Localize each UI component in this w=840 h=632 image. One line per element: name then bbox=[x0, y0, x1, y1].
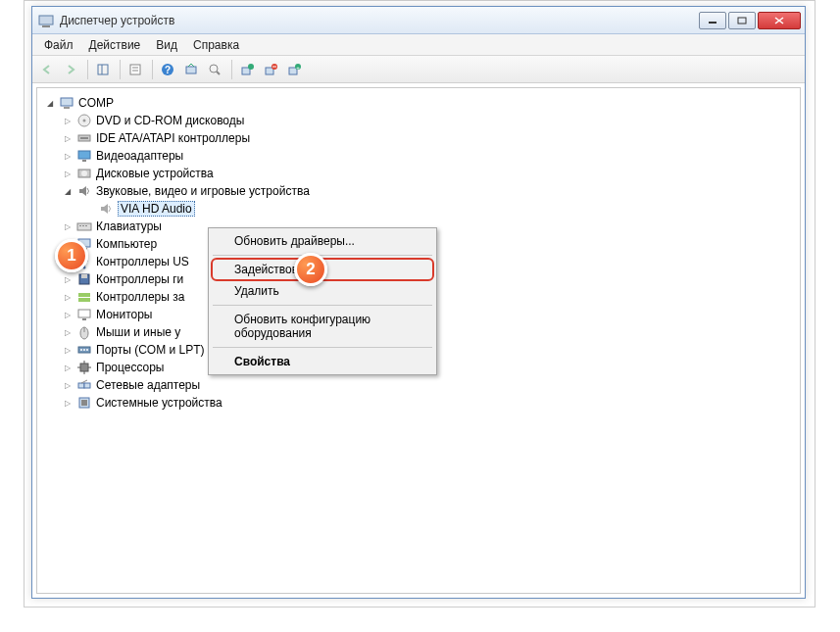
expander-icon[interactable] bbox=[45, 98, 55, 108]
tree-item-label: Сетевые адаптеры bbox=[96, 378, 200, 392]
cpu-icon bbox=[76, 360, 92, 375]
tree-item[interactable]: Сетевые адаптеры bbox=[41, 376, 796, 394]
tree-item-label: Клавиатуры bbox=[96, 219, 162, 233]
expander-icon[interactable] bbox=[63, 292, 73, 302]
tree-item-label: Контроллеры за bbox=[96, 290, 184, 304]
svg-rect-53 bbox=[80, 364, 88, 371]
svg-rect-43 bbox=[78, 293, 90, 297]
enable-button[interactable] bbox=[236, 59, 258, 80]
tree-item-label: Компьютер bbox=[96, 237, 157, 251]
net-icon bbox=[76, 377, 92, 393]
menu-action[interactable]: Действие bbox=[81, 36, 149, 54]
window-title: Диспетчер устройств bbox=[60, 14, 697, 27]
tree-item[interactable]: DVD и CD-ROM дисководы bbox=[41, 112, 796, 129]
keyboard-icon bbox=[76, 219, 92, 234]
expander-icon[interactable] bbox=[63, 310, 73, 319]
svg-point-33 bbox=[81, 170, 87, 176]
callout-1: 1 bbox=[55, 239, 88, 272]
svg-rect-24 bbox=[61, 98, 73, 106]
forward-button bbox=[60, 59, 81, 80]
tree-item[interactable]: Системные устройства bbox=[41, 394, 796, 412]
storage-icon bbox=[76, 289, 92, 305]
expander-icon[interactable] bbox=[63, 345, 73, 355]
titlebar: Диспетчер устройств bbox=[32, 7, 805, 34]
svg-point-17 bbox=[248, 64, 254, 70]
search-button[interactable] bbox=[204, 59, 225, 80]
svg-point-50 bbox=[80, 349, 82, 351]
expander-icon[interactable] bbox=[63, 274, 73, 284]
help-button[interactable]: ? bbox=[157, 59, 178, 80]
svg-point-14 bbox=[210, 65, 218, 73]
svg-rect-18 bbox=[266, 68, 273, 74]
tree-item-label: Порты (COM и LPT) bbox=[96, 343, 205, 357]
menu-file[interactable]: Файл bbox=[36, 36, 81, 54]
svg-rect-6 bbox=[98, 65, 108, 74]
minimize-button[interactable] bbox=[699, 12, 726, 29]
tree-item[interactable]: Дисковые устройства bbox=[41, 165, 796, 182]
tree-item[interactable]: IDE ATA/ATAPI контроллеры bbox=[41, 129, 796, 147]
expander-icon[interactable] bbox=[63, 380, 73, 390]
svg-point-51 bbox=[83, 349, 85, 351]
scan-hw-button[interactable] bbox=[180, 59, 202, 80]
expander-icon[interactable] bbox=[63, 186, 73, 196]
svg-rect-8 bbox=[130, 65, 140, 74]
menu-help[interactable]: Справка bbox=[185, 36, 247, 54]
expander-icon[interactable] bbox=[63, 398, 73, 408]
uninstall-button[interactable] bbox=[260, 59, 281, 80]
svg-rect-3 bbox=[738, 18, 746, 24]
svg-rect-36 bbox=[82, 225, 84, 226]
tree-item-label: Контроллеры ги bbox=[96, 272, 183, 286]
disc-icon bbox=[76, 113, 92, 128]
expander-icon[interactable] bbox=[63, 221, 73, 231]
svg-rect-2 bbox=[709, 22, 716, 24]
ctx-delete[interactable]: Удалить bbox=[211, 280, 434, 302]
menu-view[interactable]: Вид bbox=[148, 36, 185, 54]
expander-icon[interactable] bbox=[63, 133, 73, 143]
svg-rect-42 bbox=[81, 274, 87, 278]
ide-icon bbox=[76, 130, 92, 146]
floppy-icon bbox=[76, 271, 92, 287]
svg-text:+: + bbox=[296, 65, 300, 71]
expander-icon[interactable] bbox=[63, 327, 73, 337]
svg-rect-29 bbox=[80, 137, 88, 139]
tree-root[interactable]: COMP bbox=[41, 94, 796, 112]
tree-item-label: Системные устройства bbox=[96, 396, 222, 410]
svg-rect-0 bbox=[39, 16, 53, 24]
ctx-update-drivers[interactable]: Обновить драйверы... bbox=[211, 230, 434, 252]
tree-item-label: Звуковые, видео и игровые устройства bbox=[96, 184, 310, 198]
computer-icon bbox=[59, 95, 74, 111]
svg-rect-45 bbox=[78, 310, 90, 317]
svg-rect-46 bbox=[82, 318, 86, 320]
svg-rect-58 bbox=[78, 383, 84, 388]
close-button[interactable] bbox=[758, 12, 801, 29]
callout-2: 2 bbox=[294, 253, 327, 286]
expander-icon[interactable] bbox=[63, 363, 73, 372]
expander-spacer bbox=[84, 204, 94, 214]
expander-icon[interactable] bbox=[63, 169, 73, 178]
svg-line-15 bbox=[217, 72, 220, 74]
tree-item[interactable]: VIA HD Audio bbox=[41, 200, 796, 218]
svg-rect-1 bbox=[42, 25, 50, 27]
ctx-properties[interactable]: Свойства bbox=[211, 351, 434, 372]
expander-icon[interactable] bbox=[63, 151, 73, 161]
properties-button[interactable] bbox=[124, 59, 146, 80]
svg-rect-35 bbox=[79, 225, 81, 226]
menubar: Файл Действие Вид Справка bbox=[32, 34, 805, 56]
tree-item[interactable]: Видеоадаптеры bbox=[41, 147, 796, 165]
svg-rect-31 bbox=[82, 160, 86, 162]
svg-rect-37 bbox=[85, 225, 87, 226]
ctx-separator bbox=[213, 305, 432, 306]
show-hide-console-button[interactable] bbox=[92, 59, 114, 80]
tree-item[interactable]: Звуковые, видео и игровые устройства bbox=[41, 182, 796, 200]
svg-point-27 bbox=[83, 120, 86, 122]
svg-rect-62 bbox=[81, 400, 87, 406]
maximize-button[interactable] bbox=[728, 12, 756, 29]
ctx-scan-hw[interactable]: Обновить конфигурацию оборудования bbox=[211, 309, 434, 344]
update-driver-button[interactable]: + bbox=[283, 59, 305, 80]
svg-point-52 bbox=[86, 349, 88, 351]
svg-rect-30 bbox=[78, 151, 90, 159]
display-icon bbox=[76, 148, 92, 164]
expander-icon[interactable] bbox=[63, 116, 73, 125]
svg-rect-59 bbox=[84, 383, 90, 388]
svg-rect-44 bbox=[78, 298, 90, 302]
